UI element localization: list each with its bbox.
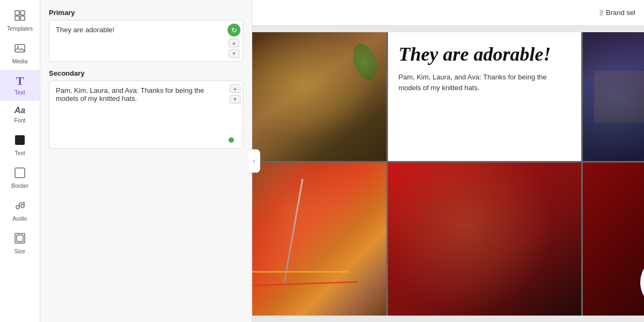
templates-icon [14,10,26,23]
svg-rect-1 [20,11,25,15]
sidebar-item-size[interactable]: Size [0,227,40,260]
primary-input-wrapper: They are adorable! ↻ ▲ ▼ [49,20,243,62]
primary-label: Primary [49,9,243,17]
sidebar-item-audio[interactable]: Audio [0,194,40,227]
sidebar-item-text-color-label: Text [14,150,25,156]
canvas-cell-cutting [252,163,386,316]
sidebar-item-text-label: Text [14,89,25,96]
sidebar-item-text-color[interactable]: Text [0,129,40,162]
primary-scroll-up[interactable]: ▲ [229,39,239,47]
text-color-icon [14,134,26,148]
sidebar-item-media[interactable]: Media [0,37,40,70]
secondary-input-wrapper: Pam, Kim, Laura, and Ava: Thanks for bei… [49,80,243,149]
sidebar-nav: Templates Media T Text Aa Font Text [0,0,40,322]
sidebar-item-audio-label: Audio [13,215,27,222]
canvas-cell-kitchen [583,32,645,161]
top-bar: ⫴ Brand sel [252,0,644,26]
text-icon: T [16,75,24,87]
sidebar-item-font-label: Font [14,117,25,123]
size-icon [14,232,26,246]
svg-point-5 [17,46,19,48]
canvas-grid: They are adorable! Pam, Kim, Laura, and … [252,32,644,316]
svg-point-8 [16,206,19,209]
border-icon [14,167,26,180]
secondary-scroll-up[interactable]: ▲ [230,84,240,93]
main-area: ⫴ Brand sel They are adorable! Pam, Kim,… [252,0,644,322]
canvas-secondary-text: Pam, Kim, Laura, and Ava: Thanks for bei… [399,72,570,93]
brand-selector[interactable]: ⫴ Brand sel [599,8,635,18]
canvas-cell-text-overlay: They are adorable! Pam, Kim, Laura, and … [388,32,581,161]
svg-rect-3 [20,16,25,20]
canvas-cell-logo: YOUR LOGO HERE [583,163,645,316]
canvas-cell-party [388,163,581,316]
secondary-scroll-down[interactable]: ▼ [230,95,240,104]
sidebar-item-templates-label: Templates [7,25,33,32]
secondary-label: Secondary [49,69,243,77]
svg-rect-4 [15,45,25,52]
collapse-panel-button[interactable]: ‹ [248,149,260,173]
secondary-textarea[interactable]: Pam, Kim, Laura, and Ava: Thanks for bei… [49,81,228,132]
sidebar-item-text[interactable]: T Text [0,70,40,101]
canvas-area: They are adorable! Pam, Kim, Laura, and … [252,26,644,322]
svg-rect-11 [17,235,23,241]
sidebar-item-templates[interactable]: Templates [0,4,40,37]
primary-scroll-down[interactable]: ▼ [229,49,239,58]
sidebar-item-font[interactable]: Aa Font [0,101,40,129]
brand-settings-icon: ⫴ [599,8,603,18]
audio-icon [14,200,26,213]
primary-section: Primary They are adorable! ↻ ▲ ▼ [49,9,243,62]
side-panel: Primary They are adorable! ↻ ▲ ▼ Seconda… [40,0,252,322]
secondary-status-dot [229,137,234,143]
svg-rect-6 [15,135,25,145]
canvas-primary-text: They are adorable! [399,44,570,65]
sidebar-item-border[interactable]: Border [0,162,40,194]
svg-rect-0 [15,11,19,15]
primary-refresh-button[interactable]: ↻ [228,24,240,36]
primary-textarea[interactable]: They are adorable! [49,20,225,53]
sidebar-item-size-label: Size [14,248,25,254]
svg-rect-2 [15,16,19,20]
brand-selector-label: Brand sel [606,9,635,17]
media-icon [14,42,26,56]
sidebar-item-media-label: Media [12,58,28,64]
svg-rect-7 [15,168,25,178]
canvas-cell-food [252,32,386,161]
sidebar-item-border-label: Border [11,182,28,189]
font-icon: Aa [14,106,25,115]
secondary-section: Secondary Pam, Kim, Laura, and Ava: Than… [49,69,243,149]
svg-point-9 [21,204,24,208]
